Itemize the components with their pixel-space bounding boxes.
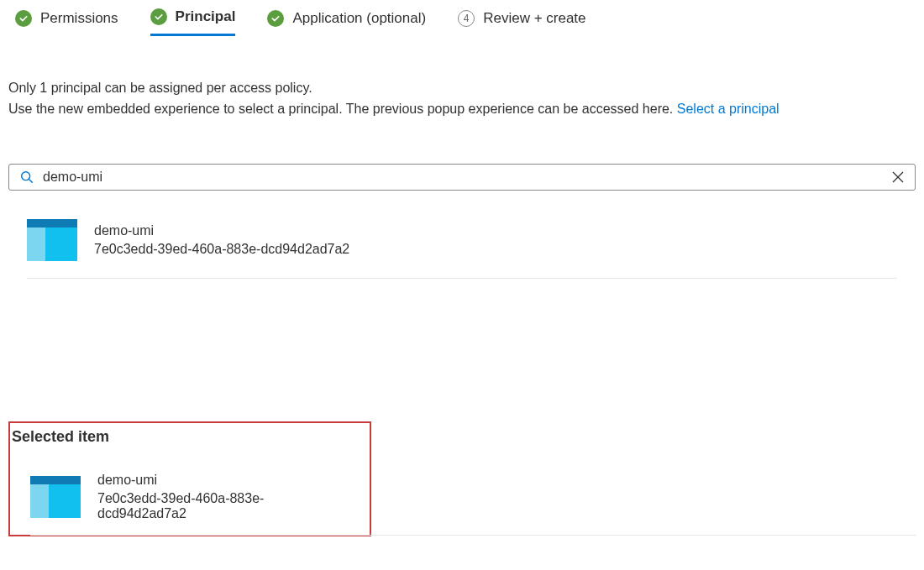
tab-principal[interactable]: Principal — [150, 8, 236, 36]
search-input[interactable] — [43, 170, 891, 185]
selected-name: demo-umi — [97, 473, 349, 488]
selected-id: 7e0c3edd-39ed-460a-883e-dcd94d2ad7a2 — [97, 491, 349, 521]
description-text: Only 1 principal can be assigned per acc… — [8, 78, 916, 120]
clear-icon[interactable] — [891, 170, 905, 184]
tab-label: Application (optional) — [292, 10, 426, 27]
managed-identity-icon — [27, 219, 77, 261]
search-icon — [19, 170, 34, 185]
spacer — [8, 279, 916, 421]
select-principal-link[interactable]: Select a principal — [677, 102, 780, 116]
check-circle-icon — [150, 8, 167, 25]
search-box[interactable] — [8, 164, 916, 191]
selected-item-section: Selected item demo-umi 7e0c3edd-39ed-460… — [8, 421, 371, 536]
description-line1: Only 1 principal can be assigned per acc… — [8, 78, 916, 99]
result-item-text: demo-umi 7e0c3edd-39ed-460a-883e-dcd94d2… — [94, 223, 349, 257]
result-id: 7e0c3edd-39ed-460a-883e-dcd94d2ad7a2 — [94, 242, 349, 257]
check-circle-icon — [15, 10, 32, 27]
tab-label: Review + create — [483, 10, 585, 27]
tab-label: Principal — [176, 8, 236, 25]
tab-review-create[interactable]: 4 Review + create — [458, 8, 585, 36]
svg-point-0 — [22, 171, 30, 180]
description-line2: Use the new embedded experience to selec… — [8, 99, 916, 120]
selected-item-heading: Selected item — [12, 428, 368, 446]
selected-item[interactable]: demo-umi 7e0c3edd-39ed-460a-883e-dcd94d2… — [12, 473, 368, 533]
result-list: demo-umi 7e0c3edd-39ed-460a-883e-dcd94d2… — [8, 209, 916, 279]
divider — [30, 535, 916, 536]
result-item[interactable]: demo-umi 7e0c3edd-39ed-460a-883e-dcd94d2… — [27, 209, 897, 279]
managed-identity-icon — [30, 476, 81, 518]
check-circle-icon — [267, 10, 284, 27]
tab-label: Permissions — [40, 10, 118, 27]
result-name: demo-umi — [94, 223, 349, 238]
tab-permissions[interactable]: Permissions — [15, 8, 118, 36]
tab-application[interactable]: Application (optional) — [267, 8, 426, 36]
step-number-icon: 4 — [458, 10, 475, 27]
wizard-tabs: Permissions Principal Application (optio… — [8, 8, 916, 36]
selected-item-text: demo-umi 7e0c3edd-39ed-460a-883e-dcd94d2… — [97, 473, 349, 521]
svg-line-1 — [29, 179, 33, 182]
